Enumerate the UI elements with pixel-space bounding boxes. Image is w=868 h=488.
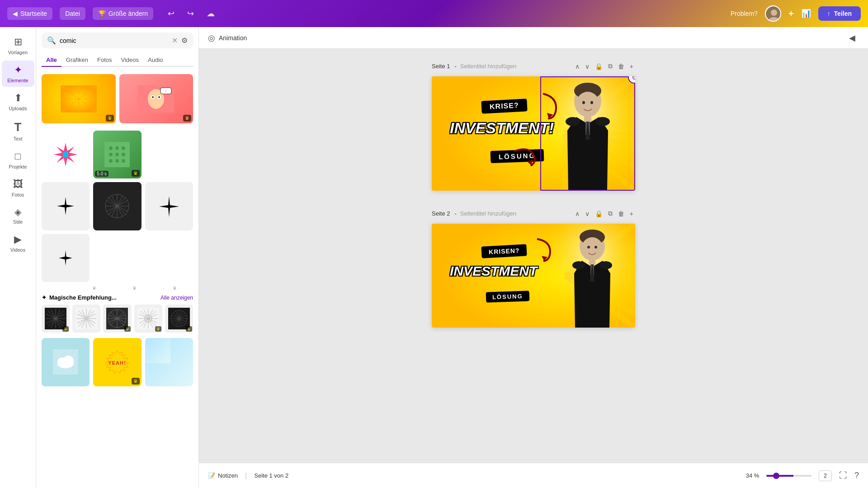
element-thumb-star1[interactable] — [42, 182, 90, 230]
magic-grid: ♛ — [42, 305, 193, 333]
page-2-subtitle[interactable]: Seitentitel hinzufügen — [460, 210, 516, 217]
share-label: Teilen — [834, 10, 852, 17]
svg-point-28 — [122, 153, 125, 156]
svg-point-1 — [771, 9, 777, 16]
sidebar-item-projekte[interactable]: □ Projekte — [2, 147, 34, 173]
magic-crown-3: ♛ — [124, 326, 131, 332]
sidebar-item-label: Fotos — [12, 192, 24, 197]
page-2-delete-button[interactable]: 🗑 — [616, 208, 626, 219]
zoom-slider[interactable] — [766, 475, 811, 477]
element-thumb-comic-girl[interactable]: ! ♛ — [119, 74, 193, 123]
notes-button[interactable]: 📝 Notizen — [208, 472, 238, 479]
page-1-subtitle[interactable]: Seitentitel hinzufügen — [460, 63, 516, 70]
svg-point-27 — [115, 153, 119, 156]
sidebar-item-fotos[interactable]: 🖼 Fotos — [2, 175, 34, 201]
svg-point-115 — [566, 117, 580, 126]
page-2-chevron-up[interactable]: ∧ — [573, 208, 581, 219]
page-2-lock-button[interactable]: 🔒 — [593, 208, 604, 219]
svg-point-31 — [122, 159, 125, 163]
svg-point-23 — [109, 146, 113, 150]
help-button[interactable]: ? — [854, 471, 859, 480]
page-2-add-button[interactable]: + — [628, 208, 635, 219]
magic-thumb-1[interactable]: ♛ — [42, 305, 70, 333]
tab-fotos[interactable]: Fotos — [93, 54, 117, 67]
page-1-chevron-down[interactable]: ∨ — [583, 61, 591, 72]
redo-button[interactable]: ↪ — [184, 7, 198, 20]
cloud-save-button[interactable]: ☁ — [203, 7, 218, 20]
hide-panel-button[interactable]: ◀ — [845, 31, 859, 45]
page-2-title: Seite 2 — [432, 210, 450, 217]
resize-label: Größe ändern — [108, 10, 148, 17]
page-2-chevron-down[interactable]: ∨ — [583, 208, 591, 219]
show-all-link[interactable]: Alle anzeigen — [160, 295, 193, 301]
element-grid-mid: ♛ 5.0 s — [42, 131, 193, 178]
share-button[interactable]: ↑ Teilen — [818, 6, 861, 21]
page-1-lock-button[interactable]: 🔒 — [593, 61, 604, 72]
sidebar-item-label: Text — [13, 136, 22, 141]
slide-2-canvas[interactable]: KRISEN? INVESTMENT LÖSUNG — [432, 224, 635, 328]
magic-thumb-5[interactable]: ♛ — [165, 305, 193, 333]
animation-label: Animation — [219, 34, 247, 42]
magic-thumb-3[interactable]: ♛ — [103, 305, 131, 333]
svg-point-129 — [587, 246, 590, 249]
search-input[interactable]: comic — [60, 37, 168, 44]
sidebar-item-stile[interactable]: ◈ Stile — [2, 203, 34, 228]
sidebar: ⊞ Vorlagen ✦ Elemente ⬆ Uploads T Text □… — [0, 27, 36, 488]
file-label: Datei — [65, 10, 80, 17]
topbar-right: Problem? + 📊 ↑ Teilen — [731, 5, 861, 22]
page-1-delete-button[interactable]: 🗑 — [616, 61, 626, 72]
svg-point-17 — [158, 96, 160, 98]
canvas-area[interactable]: Seite 1 - Seitentitel hinzufügen ∧ ∨ 🔒 ⧉… — [199, 49, 868, 463]
sidebar-item-vorlagen[interactable]: ⊞ Vorlagen — [2, 33, 34, 59]
bottom-thumb-cloud[interactable] — [42, 338, 90, 386]
svg-point-130 — [594, 246, 597, 249]
element-thumb-star2[interactable] — [145, 182, 193, 230]
page-1-chevron-up[interactable]: ∧ — [573, 61, 581, 72]
problem-button[interactable]: Problem? — [731, 10, 758, 17]
tab-videos[interactable]: Videos — [117, 54, 144, 67]
sidebar-item-text[interactable]: T Text — [2, 117, 34, 145]
left-panel: 🔍 comic ✕ ⚙ Alle Grafiken Fotos Videos A… — [36, 27, 199, 488]
fullscreen-button[interactable]: ⛶ — [839, 471, 847, 480]
undo-button[interactable]: ↩ — [164, 7, 178, 20]
page-1-title: Seite 1 — [432, 63, 450, 70]
add-button[interactable]: + — [788, 9, 794, 19]
tab-audio[interactable]: Audio — [143, 54, 167, 67]
slide-1-canvas[interactable]: KRISE? INVESTMENT! LÖSUNG — [432, 76, 635, 191]
sidebar-item-videos[interactable]: ▶ Videos — [2, 230, 34, 256]
home-button[interactable]: ◀ Startseite — [7, 7, 52, 20]
stats-button[interactable]: 📊 — [801, 9, 811, 19]
svg-point-30 — [115, 159, 119, 163]
page-counter-badge[interactable]: 2 — [819, 470, 832, 481]
svg-rect-114 — [584, 114, 591, 122]
page-1-add-button[interactable]: + — [628, 61, 635, 72]
notes-icon: 📝 — [208, 472, 215, 479]
element-thumb-yellow-rays[interactable]: ♛ — [42, 74, 116, 123]
tab-grafiken[interactable]: Grafiken — [61, 54, 93, 67]
search-filter-button[interactable]: ⚙ — [181, 36, 188, 45]
crown-yeah: ♛ — [132, 378, 140, 385]
page-2-wrapper: Seite 2 - Seitentitel hinzufügen ∧ ∨ 🔒 ⧉… — [432, 205, 635, 328]
element-thumb-star3[interactable] — [42, 234, 90, 282]
element-thumb-green-dots[interactable]: ♛ 5.0 s — [93, 131, 141, 178]
tab-alle[interactable]: Alle — [42, 54, 61, 67]
file-button[interactable]: Datei — [60, 7, 85, 20]
page-2-duplicate-button[interactable]: ⧉ — [606, 208, 614, 219]
resize-button[interactable]: 🏆 Größe ändern — [93, 7, 153, 20]
element-thumb-starburst[interactable] — [42, 131, 90, 178]
slide-2-person — [549, 224, 635, 328]
element-thumb-sunburst-dark[interactable] — [93, 182, 141, 230]
sidebar-item-uploads[interactable]: ⬆ Uploads — [2, 89, 34, 115]
tab-row: Alle Grafiken Fotos Videos Audio — [42, 54, 193, 67]
magic-thumb-4[interactable]: ♛ — [134, 305, 162, 333]
status-bar: 📝 Notizen | Seite 1 von 2 34 % 2 ⛶ ? — [199, 463, 868, 488]
page-1-duplicate-button[interactable]: ⧉ — [606, 61, 614, 72]
magic-thumb-2[interactable] — [72, 305, 100, 333]
sidebar-item-elemente[interactable]: ✦ Elemente — [2, 61, 34, 87]
page-2-header: Seite 2 - Seitentitel hinzufügen ∧ ∨ 🔒 ⧉… — [432, 205, 635, 222]
crown-badge-2: ♛ — [183, 115, 191, 122]
bottom-thumb-yeah[interactable]: YEAH! ♛ — [93, 338, 141, 386]
stile-icon: ◈ — [14, 206, 21, 217]
search-clear-button[interactable]: ✕ — [172, 36, 178, 45]
bottom-thumb-blue[interactable] — [145, 338, 193, 386]
